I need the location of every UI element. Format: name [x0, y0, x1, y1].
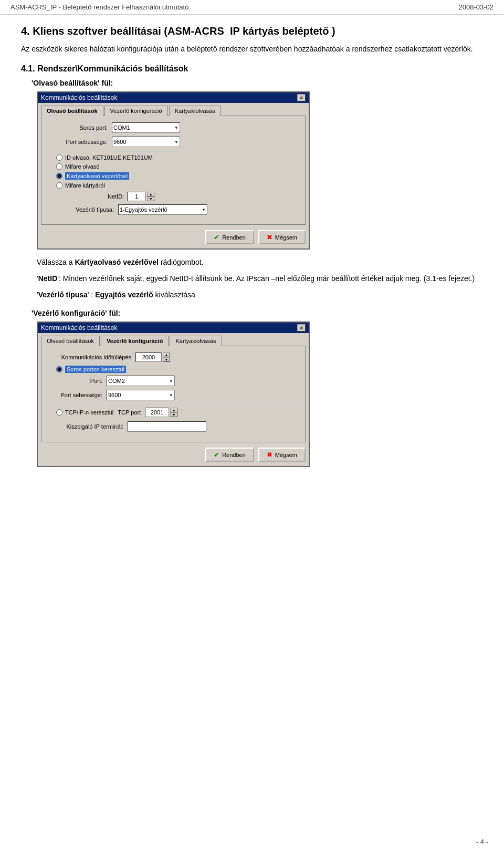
kiszolgalo-field[interactable]	[128, 421, 206, 432]
dialog2-footer: ✔ Rendben ✖ Mégsem	[38, 445, 309, 466]
dialog2-ok-button[interactable]: ✔ Rendben	[205, 448, 254, 462]
tcp-port-down[interactable]: ▼	[170, 412, 177, 417]
dialog2-cancel-button[interactable]: ✖ Mégsem	[258, 448, 306, 462]
radio-soros-porton-btn[interactable]	[56, 366, 62, 372]
page-number: - 4 -	[476, 838, 488, 846]
dialog1-close-button[interactable]: ✕	[297, 94, 306, 101]
radio-kártyaolvasó-label: Kártyaolvasó vezérlővel	[65, 172, 129, 180]
dialog1-footer: ✔ Rendben ✖ Mégsem	[38, 228, 309, 248]
radio-id-olvasó-label: ID olvasó, KET101UE,KET101UM	[65, 154, 153, 161]
header-date: 2008-03-02	[459, 3, 494, 11]
netid-spin-arrows: ▲ ▼	[147, 192, 154, 201]
bold-kártyaolvasó: Kártyaolvasó vezérlővel	[75, 258, 159, 266]
vezerlotipusa-bold: Vezérlő típusa	[38, 290, 88, 299]
page-header: ASM-ACRS_IP - Beléptető rendszer Felhasz…	[0, 0, 504, 15]
dialog2-tabs: Olvasó beállítások Vezérlő konfiguráció …	[38, 333, 309, 346]
vezerlotipusa-arrow: ▼	[202, 207, 206, 212]
radio-tcp-ip-btn[interactable]	[56, 409, 62, 416]
soros-port-label: Soros port:	[50, 124, 108, 131]
port-sebessege-row: Port sebessége: 9600 ▼	[50, 137, 297, 147]
kiszolgalo-label: Kiszolgáló IP terminál:	[55, 423, 123, 430]
dialog1-cancel-button[interactable]: ✖ Mégsem	[258, 230, 306, 244]
dialog1-ok-button[interactable]: ✔ Rendben	[205, 230, 254, 244]
kommunikacios-down-arrow[interactable]: ▼	[163, 357, 170, 362]
kiszolgalo-row: Kiszolgáló IP terminál:	[55, 421, 297, 432]
dialog2-check-icon: ✔	[214, 451, 219, 459]
radio-tcp-ip[interactable]: TCP/IP-n keresztül TCP port 2001 ▲ ▼	[56, 408, 297, 417]
dialog1-label: 'Olvasó beállítások' fül:	[32, 79, 483, 87]
dialog2-body: Kommunikációs időtúllépés 2000 ▲ ▼ Soros…	[41, 346, 306, 442]
dialog2-port-select[interactable]: COM2 ▼	[107, 376, 175, 386]
dialog1-titlebar: Kommunikációs beállítások ✕	[38, 92, 309, 103]
dialog2-tab-vezérlő[interactable]: Vezérlő konfiguráció	[101, 336, 169, 346]
dialog2-sebessege-select[interactable]: 9600 ▼	[107, 390, 175, 400]
netid-field[interactable]: 1	[127, 192, 146, 201]
tcp-port-field[interactable]: 2001	[145, 408, 169, 417]
dialog2-sebessege-row: Port sebessége: 9600 ▼	[60, 390, 297, 400]
dialog1-tabs: Olvasó beállítások Vezérlő konfiguráció …	[38, 103, 309, 116]
radio-kártyaolvasó-btn[interactable]	[56, 173, 62, 179]
kommunikacios-up-arrow[interactable]: ▲	[163, 352, 170, 357]
header-title: ASM-ACRS_IP - Beléptető rendszer Felhasz…	[10, 3, 188, 11]
vezerlotipusa-select[interactable]: 1-Egyajtós vezérlő ▼	[118, 204, 207, 215]
dialog2-port-label: Port:	[60, 378, 102, 384]
tab-kártyakiolvasás[interactable]: Kártyakiolvasás	[169, 106, 221, 116]
subsection-title: 4.1. Rendszer\Kommunikációs beállítások	[21, 64, 483, 74]
radio-mifare-kártyáról[interactable]: Mifare kártyáról	[56, 182, 297, 189]
port-sebessege-select[interactable]: 9600 ▼	[112, 137, 180, 147]
dialog1-title: Kommunikációs beállítások	[41, 94, 117, 101]
radio-tcp-ip-label: TCP/IP-n keresztül	[65, 409, 113, 416]
x-icon: ✖	[267, 233, 272, 241]
dialog2-close-button[interactable]: ✕	[297, 324, 306, 331]
netid-up-arrow[interactable]: ▲	[147, 192, 154, 196]
radio-soros-porton-label: Soros porton keresztül	[65, 366, 126, 373]
radio-soros-porton[interactable]: Soros porton keresztül	[56, 366, 297, 373]
kommunikacios-row: Kommunikációs időtúllépés 2000 ▲ ▼	[50, 352, 297, 362]
tab-olvasó-beállítások[interactable]: Olvasó beállítások	[41, 106, 103, 116]
dialog2-label: 'Vezérlő konfiguráció' fül:	[32, 309, 483, 317]
radio-mifare-kártyáról-btn[interactable]	[56, 182, 62, 189]
check-icon: ✔	[214, 233, 219, 241]
tcp-port-spin[interactable]: 2001 ▲ ▼	[145, 408, 177, 417]
port-sebessege-label: Port sebessége:	[50, 139, 108, 145]
radio-mifare-olvasó-btn[interactable]	[56, 163, 62, 170]
dialog2-title: Kommunikációs beállítások	[41, 324, 117, 331]
page-content: 4. Kliens szoftver beállításai (ASM-ACRS…	[0, 15, 504, 485]
netid-spin[interactable]: 1 ▲ ▼	[127, 192, 154, 201]
vezerlotipusa-row: Vezérlő típusa: 1-Egyajtós vezérlő ▼	[56, 204, 297, 215]
tcp-port-arrows: ▲ ▼	[170, 408, 177, 417]
dialog1: Kommunikációs beállítások ✕ Olvasó beáll…	[37, 91, 310, 250]
dialog2-sebessege-label: Port sebessége:	[60, 392, 102, 398]
netid-row: NetID: 1 ▲ ▼	[108, 192, 297, 201]
radio-id-olvasó[interactable]: ID olvasó, KET101UE,KET101UM	[56, 154, 297, 161]
kommunikacios-spin-arrows: ▲ ▼	[163, 352, 170, 362]
dialog2: Kommunikációs beállítások ✕ Olvasó beáll…	[37, 321, 310, 467]
page-footer: - 4 -	[476, 838, 488, 846]
soros-port-row: Soros port: COM1 ▼	[50, 122, 297, 133]
radio-id-olvasó-btn[interactable]	[56, 154, 62, 161]
netid-down-arrow[interactable]: ▼	[147, 196, 154, 201]
radio-mifare-olvasó-label: Mifare olvasó	[65, 163, 99, 170]
section-intro: Az eszközök sikeres hálózati konfiguráci…	[21, 44, 483, 55]
kommunikacios-field[interactable]: 2000	[135, 352, 162, 362]
dialog1-body: Soros port: COM1 ▼ Port sebessége: 9600 …	[41, 116, 306, 225]
netid-label: NetID:	[108, 193, 124, 200]
port-sebessege-arrow: ▼	[174, 140, 178, 144]
paragraph-kartyaolvasó: Válassza a Kártyaolvasó vezérlővel rádió…	[37, 257, 483, 268]
dialog2-port-arrow: ▼	[169, 379, 173, 383]
paragraph-netid: 'NetID': Minden vezérlőnek saját, egyedi…	[37, 273, 483, 284]
radio-kártyaolvasó-vezérlővel[interactable]: Kártyaolvasó vezérlővel	[56, 172, 297, 180]
kommunikacios-label: Kommunikációs időtúllépés	[50, 354, 131, 360]
dialog2-tab-kártyakiolvasás[interactable]: Kártyakiolvasás	[170, 336, 222, 346]
soros-port-select-arrow: ▼	[174, 126, 178, 130]
radio-mifare-olvasó[interactable]: Mifare olvasó	[56, 163, 297, 170]
dialog2-port-row: Port: COM2 ▼	[60, 376, 297, 386]
dialog2-tab-olvasó[interactable]: Olvasó beállítások	[41, 336, 100, 346]
kommunikacios-spin[interactable]: 2000 ▲ ▼	[135, 352, 170, 362]
tcp-port-up[interactable]: ▲	[170, 408, 177, 412]
dialog2-sebessege-arrow: ▼	[169, 393, 173, 398]
soros-port-select[interactable]: COM1 ▼	[112, 122, 180, 133]
section-title: 4. Kliens szoftver beállításai (ASM-ACRS…	[21, 25, 483, 37]
tab-vezérlő-konfiguráció[interactable]: Vezérlő konfiguráció	[104, 106, 168, 116]
netid-bold: NetID	[38, 274, 58, 283]
